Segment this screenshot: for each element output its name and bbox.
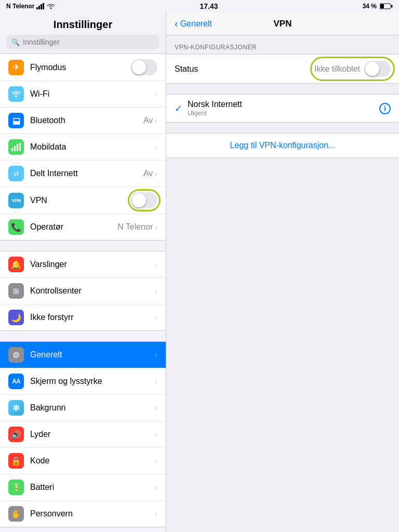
wifi-chevron: ›: [155, 90, 157, 98]
bakgrunn-chevron: ›: [155, 404, 157, 412]
flymodus-toggle[interactable]: [131, 59, 157, 75]
varslinger-icon: 🔔: [8, 257, 24, 272]
sidebar-item-flymodus[interactable]: ✈ Flymodus: [0, 54, 166, 81]
search-bar[interactable]: 🔍: [6, 35, 159, 49]
batteri-label: Batteri: [30, 483, 155, 492]
ikke-forstyrr-chevron: ›: [155, 313, 157, 322]
right-panel-title: VPN: [274, 19, 292, 29]
vpn-status-label: Status: [175, 64, 198, 74]
delt-internett-value: Av: [143, 169, 153, 178]
vpn-toggle[interactable]: [131, 192, 157, 208]
kontrollsenter-chevron: ›: [155, 287, 157, 295]
svg-rect-7: [380, 4, 384, 8]
bluetooth-value: Av: [143, 116, 153, 125]
personvern-chevron: ›: [155, 510, 157, 518]
sidebar-item-lyder[interactable]: 🔊 Lyder ›: [0, 421, 166, 448]
sidebar-item-wifi[interactable]: Wi-Fi ›: [0, 81, 166, 108]
sidebar-item-operator[interactable]: 📞 Operatør N Telenor ›: [0, 214, 166, 240]
wifi-status-icon: [47, 3, 55, 9]
generelt-chevron: ›: [155, 351, 157, 359]
vpn-entry-norsk[interactable]: ✓ Norsk Internett Ukjent i: [166, 95, 399, 122]
batteri-chevron: ›: [155, 483, 157, 491]
skjerm-chevron: ›: [155, 377, 157, 385]
status-left: N Telenor: [6, 3, 55, 10]
status-bar: N Telenor 17.43 34 %: [0, 0, 399, 12]
sidebar-item-batteri[interactable]: 🔋 Batteri ›: [0, 474, 166, 501]
bluetooth-label: Bluetooth: [30, 116, 143, 125]
svg-rect-9: [11, 148, 13, 151]
svg-rect-6: [391, 5, 393, 8]
vpn-status-toggle[interactable]: [364, 61, 391, 77]
svg-rect-2: [41, 4, 42, 9]
vpn-status-group: Status Ikke tilkoblet: [166, 54, 399, 84]
vpn-entry-text: Norsk Internett Ukjent: [188, 100, 242, 117]
search-input[interactable]: [23, 38, 154, 46]
battery-icon: [380, 3, 393, 9]
status-time: 17.43: [200, 2, 218, 10]
sidebar-item-bakgrunn[interactable]: ❃ Bakgrunn ›: [0, 395, 166, 421]
settings-group-general: ⚙ Generelt › AA Skjerm og lysstyrke › ❃ …: [0, 341, 166, 527]
search-icon: 🔍: [11, 38, 20, 46]
sidebar-item-vpn[interactable]: VPN VPN: [0, 187, 166, 214]
svg-rect-10: [14, 146, 16, 151]
personvern-icon: ✋: [8, 506, 24, 522]
sidebar-item-kode[interactable]: 🔒 Kode ›: [0, 448, 166, 474]
personvern-label: Personvern: [30, 509, 155, 518]
svg-rect-12: [19, 143, 21, 151]
mobildata-chevron: ›: [155, 143, 157, 151]
sidebar-item-ikke-forstyrr[interactable]: 🌙 Ikke forstyrr ›: [0, 304, 166, 330]
bluetooth-icon: ⬓: [8, 113, 24, 128]
flymodus-label: Flymodus: [30, 63, 131, 72]
lyder-icon: 🔊: [8, 427, 24, 442]
add-vpn-label: Legg til VPN-konfigurasjon...: [230, 141, 336, 150]
vpn-status-row: Status Ikke tilkoblet: [166, 55, 399, 83]
sidebar-item-generelt[interactable]: ⚙ Generelt ›: [0, 342, 166, 368]
varslinger-chevron: ›: [155, 260, 157, 269]
operator-value: N Telenor: [117, 222, 153, 232]
sidebar-title: Innstillinger: [0, 12, 166, 35]
sidebar-item-personvern[interactable]: ✋ Personvern ›: [0, 501, 166, 527]
svg-rect-3: [43, 3, 44, 9]
sidebar-item-kontrollsenter[interactable]: ⊞ Kontrollsenter ›: [0, 278, 166, 304]
varslinger-label: Varslinger: [30, 260, 155, 269]
lyder-chevron: ›: [155, 430, 157, 438]
operator-icon: 📞: [8, 219, 24, 235]
battery-percent: 34 %: [363, 3, 377, 10]
settings-group-notifications: 🔔 Varslinger › ⊞ Kontrollsenter › 🌙 Ikke…: [0, 251, 166, 331]
vpn-entries-group: ✓ Norsk Internett Ukjent i: [166, 94, 399, 123]
sidebar: Innstillinger 🔍 ✈ Flymodus: [0, 12, 166, 532]
ikke-forstyrr-icon: 🌙: [8, 310, 24, 325]
sidebar-item-skjerm[interactable]: AA Skjerm og lysstyrke ›: [0, 368, 166, 395]
vpn-entry-sub: Ukjent: [188, 109, 242, 117]
sidebar-item-varslinger[interactable]: 🔔 Varslinger ›: [0, 251, 166, 278]
add-vpn-button[interactable]: Legg til VPN-konfigurasjon...: [166, 133, 399, 158]
lyder-label: Lyder: [30, 430, 155, 439]
vpn-info-button[interactable]: i: [379, 103, 391, 114]
vpn-section-header: VPN-KONFIGURASJONER: [166, 35, 399, 54]
operator-label: Operatør: [30, 222, 117, 232]
back-button[interactable]: ‹ Generelt: [175, 18, 212, 30]
mobildata-label: Mobildata: [30, 142, 155, 152]
vpn-label: VPN: [30, 196, 131, 205]
kode-label: Kode: [30, 456, 155, 466]
delt-internett-chevron: ›: [155, 169, 157, 178]
delt-internett-label: Delt Internett: [30, 169, 143, 178]
batteri-icon: 🔋: [8, 480, 24, 495]
sidebar-item-mobildata[interactable]: Mobildata ›: [0, 134, 166, 161]
delt-internett-icon: ⇄: [8, 166, 24, 181]
svg-point-4: [50, 8, 51, 9]
settings-group-connectivity: ✈ Flymodus Wi-Fi › ⬓ Bluetoot: [0, 54, 166, 241]
wifi-label: Wi-Fi: [30, 89, 155, 99]
bakgrunn-icon: ❃: [8, 400, 24, 416]
generelt-label: Generelt: [30, 350, 155, 360]
kontrollsenter-label: Kontrollsenter: [30, 286, 155, 296]
vpn-entry-name: Norsk Internett: [188, 100, 242, 109]
main-layout: Innstillinger 🔍 ✈ Flymodus: [0, 12, 399, 532]
flymodus-icon: ✈: [8, 60, 24, 75]
ikke-forstyrr-label: Ikke forstyrr: [30, 313, 155, 322]
vpn-checkmark: ✓: [175, 103, 182, 114]
bakgrunn-label: Bakgrunn: [30, 403, 155, 413]
kontrollsenter-icon: ⊞: [8, 283, 24, 299]
sidebar-item-bluetooth[interactable]: ⬓ Bluetooth Av ›: [0, 108, 166, 134]
sidebar-item-delt-internett[interactable]: ⇄ Delt Internett Av ›: [0, 161, 166, 187]
